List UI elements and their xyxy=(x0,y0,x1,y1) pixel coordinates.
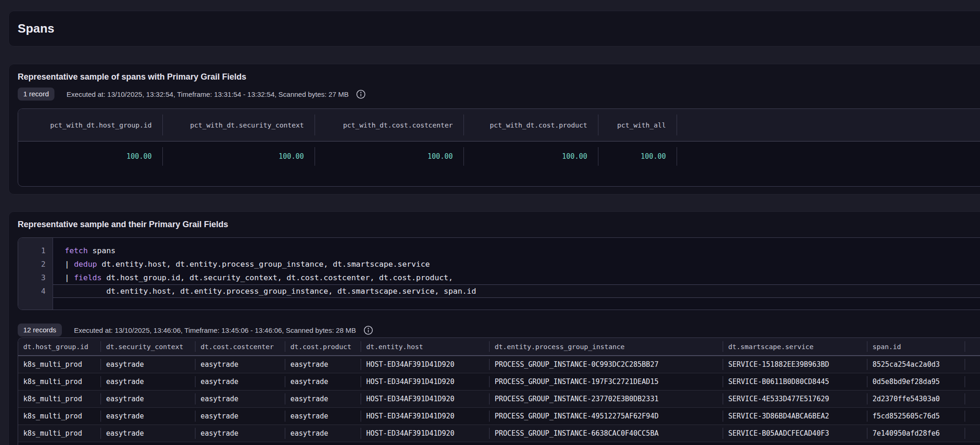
table-row[interactable]: k8s_multi_prodeasytradeeasytradeeasytrad… xyxy=(18,373,980,391)
table-cell[interactable]: k8s_multi_prod xyxy=(18,373,101,390)
table-cell[interactable]: HOST-ED34AF391D41D920 xyxy=(361,373,490,390)
dql-text: spans xyxy=(88,246,116,255)
table-cell[interactable]: PROCESS_GROUP_INSTANCE-197F3C2721DEAD15 xyxy=(490,373,723,390)
column-header[interactable]: pct_with_dt.cost.costcenter xyxy=(315,109,464,141)
table-cell[interactable]: 7e140950afd28fe6 xyxy=(867,425,965,442)
code-line[interactable]: | fields dt.host_group.id, dt.security_c… xyxy=(53,271,980,284)
line-number: 4 xyxy=(18,284,46,298)
table-cell[interactable]: easytrade xyxy=(285,391,361,407)
section-primary-grail-pct: Representative sample of spans with Prim… xyxy=(8,64,980,195)
dql-text: | xyxy=(65,273,74,282)
table-cell[interactable]: SERVICE-3D86BD4ABCA6BEA2 xyxy=(723,408,867,425)
table-cell[interactable]: easytrade xyxy=(285,408,361,425)
table-cell[interactable]: HOST-ED34AF391D41D920 xyxy=(361,391,490,407)
table-cell[interactable]: easytrade xyxy=(195,356,285,373)
dql-query-editor[interactable]: 1234 fetch spans| dedup dt.entity.host, … xyxy=(18,237,980,310)
table-cell[interactable]: HOST-ED34AF391D41D920 xyxy=(361,425,490,442)
column-header[interactable]: dt.entity.process_group_instance xyxy=(490,338,723,355)
table-cell[interactable]: SERVICE-B0611B0D80CD8445 xyxy=(723,373,867,390)
table-cell[interactable]: 8525ca254ac2a0d3 xyxy=(867,356,965,373)
table-cell-filler xyxy=(965,425,980,442)
dql-text: | xyxy=(65,260,74,269)
code-line[interactable]: fetch spans xyxy=(53,244,980,257)
code-line[interactable]: | dedup dt.entity.host, dt.entity.proces… xyxy=(53,257,980,271)
table-cell[interactable]: easytrade xyxy=(195,425,285,442)
table-cell-filler xyxy=(965,408,980,425)
table-cell[interactable]: HOST-ED34AF391D41D920 xyxy=(361,408,490,425)
table-cell-filler xyxy=(965,356,980,373)
info-icon[interactable] xyxy=(356,89,366,99)
table-cell[interactable]: HOST-ED34AF391D41D920 xyxy=(361,356,490,373)
table-row[interactable]: k8s_multi_prodeasytradeeasytradeeasytrad… xyxy=(18,356,980,373)
table-cell[interactable]: 100.00 xyxy=(598,142,677,171)
code-line-current[interactable]: dt.entity.host, dt.entity.process_group_… xyxy=(53,284,980,298)
column-header[interactable]: dt.host_group.id xyxy=(18,338,101,355)
column-header[interactable]: dt.cost.costcenter xyxy=(195,338,285,355)
query-execution-meta: Executed at: 13/10/2025, 13:46:06, Timef… xyxy=(74,326,356,334)
table-row[interactable]: 100.00100.00100.00100.00100.00 xyxy=(18,142,980,171)
table-cell[interactable]: SERVICE-151882EE39B963BD xyxy=(723,356,867,373)
table-cell[interactable]: PROCESS_GROUP_INSTANCE-237702E3B0DB2331 xyxy=(490,391,723,407)
table-cell[interactable]: f5cd8525605c76d5 xyxy=(867,408,965,425)
table-row[interactable]: k8s_multi_prodeasytradeeasytradeeasytrad… xyxy=(18,391,980,408)
table-cell[interactable]: k8s_multi_prod xyxy=(18,425,101,442)
table-cell[interactable]: 100.00 xyxy=(315,142,464,171)
dql-keyword: fields xyxy=(74,273,102,282)
table-cell[interactable]: easytrade xyxy=(101,356,195,373)
table-cell[interactable]: PROCESS_GROUP_INSTANCE-6638CAC0F40CC5BA xyxy=(490,425,723,442)
table-cell[interactable]: easytrade xyxy=(195,373,285,390)
table-cell[interactable]: k8s_multi_prod xyxy=(18,408,101,425)
query-execution-meta: Executed at: 13/10/2025, 13:32:54, Timef… xyxy=(67,90,349,98)
table-cell[interactable]: 2d2370ffe54303a0 xyxy=(867,391,965,407)
info-icon[interactable] xyxy=(363,325,373,335)
table-cell[interactable]: 0d5e8bd9ef28da95 xyxy=(867,373,965,390)
table-cell-filler xyxy=(677,142,980,171)
dql-text: dt.entity.host, dt.entity.process_group_… xyxy=(97,260,430,269)
code-area[interactable]: fetch spans| dedup dt.entity.host, dt.en… xyxy=(53,238,980,310)
column-header[interactable]: dt.entity.host xyxy=(361,338,490,355)
table-cell[interactable]: SERVICE-4E533D477E517629 xyxy=(723,391,867,407)
table-cell[interactable]: SERVICE-B05AADCFECAD40F3 xyxy=(723,425,867,442)
spans-header-card: Spans xyxy=(8,11,980,47)
column-header[interactable]: span.id xyxy=(867,338,965,355)
table-cell[interactable]: easytrade xyxy=(195,408,285,425)
table-cell[interactable]: k8s_multi_prod xyxy=(18,391,101,407)
column-header[interactable]: dt.cost.product xyxy=(285,338,361,355)
line-number: 1 xyxy=(18,244,46,257)
table-cell[interactable]: easytrade xyxy=(101,373,195,390)
table-cell-filler xyxy=(965,391,980,407)
page-title: Spans xyxy=(18,21,54,36)
column-header[interactable]: pct_with_all xyxy=(598,109,677,141)
table-cell-filler xyxy=(965,373,980,390)
table-row[interactable]: k8s_multi_prodeasytradeeasytradeeasytrad… xyxy=(18,425,980,442)
section-title: Representative sample of spans with Prim… xyxy=(18,72,980,82)
table-cell[interactable]: easytrade xyxy=(195,391,285,407)
column-header[interactable]: dt.security_context xyxy=(101,338,195,355)
table-cell[interactable]: 100.00 xyxy=(163,142,315,171)
table-cell[interactable]: easytrade xyxy=(101,425,195,442)
column-header[interactable]: pct_with_dt.cost.product xyxy=(464,109,598,141)
table-cell[interactable]: easytrade xyxy=(285,373,361,390)
column-header[interactable]: pct_with_dt.security_context xyxy=(163,109,315,141)
table-cell[interactable]: 100.00 xyxy=(18,142,163,171)
table-body: k8s_multi_prodeasytradeeasytradeeasytrad… xyxy=(18,356,980,442)
table-cell[interactable]: easytrade xyxy=(285,356,361,373)
table-cell[interactable]: k8s_multi_prod xyxy=(18,356,101,373)
table-cell[interactable]: easytrade xyxy=(285,425,361,442)
table-cell[interactable]: 100.00 xyxy=(464,142,598,171)
query-result-meta-row: 1 record Executed at: 13/10/2025, 13:32:… xyxy=(18,88,980,101)
line-number: 2 xyxy=(18,257,46,271)
column-header[interactable]: dt.smartscape.service xyxy=(723,338,867,355)
column-header[interactable]: pct_with_dt.host_group.id xyxy=(18,109,163,141)
table-row[interactable]: k8s_multi_prodeasytradeeasytradeeasytrad… xyxy=(18,408,980,425)
dql-text: dt.host_group.id, dt.security_context, d… xyxy=(101,273,453,282)
line-number-gutter: 1234 xyxy=(18,238,53,310)
record-count-badge: 12 records xyxy=(18,324,62,337)
table-cell[interactable]: easytrade xyxy=(101,391,195,407)
table-cell[interactable]: PROCESS_GROUP_INSTANCE-0C993DC2C285BB27 xyxy=(490,356,723,373)
column-header-filler xyxy=(677,109,980,141)
pct-summary-table: pct_with_dt.host_group.idpct_with_dt.sec… xyxy=(18,108,980,187)
table-cell[interactable]: easytrade xyxy=(101,408,195,425)
column-header-filler xyxy=(965,338,980,355)
table-cell[interactable]: PROCESS_GROUP_INSTANCE-49512275AF62F94D xyxy=(490,408,723,425)
